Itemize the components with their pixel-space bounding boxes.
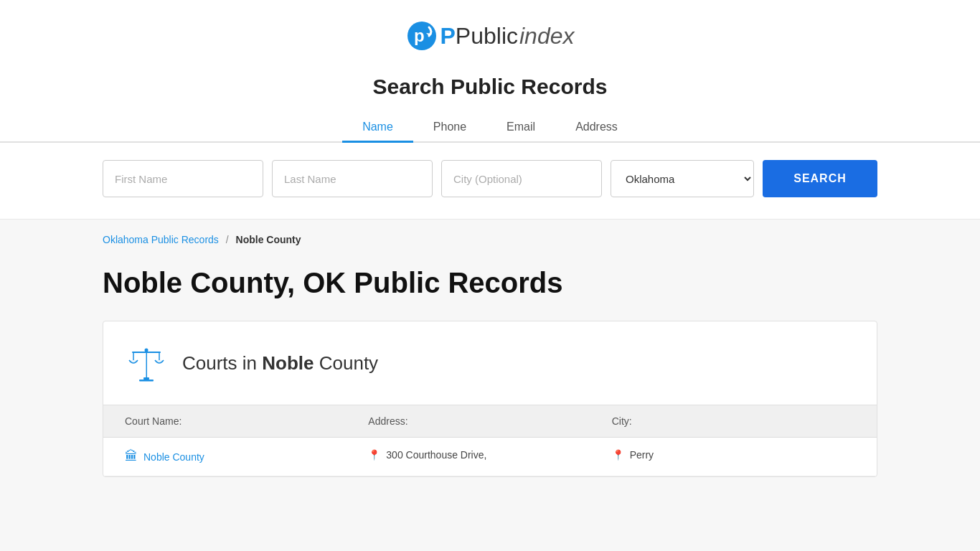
search-tabs: Name Phone Email Address — [0, 113, 980, 143]
courts-card: Courts in Noble County Court Name: Addre… — [103, 321, 877, 477]
main-content: Oklahoma Public Records / Noble County N… — [60, 220, 920, 477]
tab-address[interactable]: Address — [555, 113, 638, 143]
search-form: Oklahoma Alabama Alaska Texas SEARCH — [60, 160, 920, 197]
city-icon: 📍 — [612, 449, 624, 461]
search-button[interactable]: SEARCH — [763, 160, 877, 197]
first-name-input[interactable] — [103, 160, 263, 197]
svg-point-9 — [145, 349, 149, 352]
courts-title-post: County — [314, 352, 379, 374]
tab-phone[interactable]: Phone — [413, 113, 486, 143]
breadcrumb-current: Noble County — [236, 234, 301, 245]
breadcrumb: Oklahoma Public Records / Noble County — [103, 220, 877, 253]
last-name-input[interactable] — [272, 160, 433, 197]
court-name-cell: 🏛 Noble County — [125, 449, 368, 464]
col-header-court-name: Court Name: — [125, 415, 368, 427]
header: p PPublic index Search Public Records Na… — [0, 0, 980, 220]
search-title: Search Public Records — [0, 75, 980, 99]
breadcrumb-separator: / — [226, 234, 229, 245]
city-input[interactable] — [441, 160, 602, 197]
svg-text:p: p — [414, 26, 425, 45]
col-header-address: Address: — [368, 415, 611, 427]
courts-title-pre: Courts in — [182, 352, 262, 374]
logo-icon: p — [406, 20, 438, 52]
svg-rect-3 — [143, 377, 149, 380]
scales-of-justice-icon — [125, 342, 168, 385]
logo-public-rest: Public — [456, 23, 518, 49]
tab-email[interactable]: Email — [486, 113, 555, 143]
page-heading: Noble County, OK Public Records — [103, 267, 877, 299]
court-name-link[interactable]: Noble County — [143, 451, 204, 463]
courts-card-header: Courts in Noble County — [103, 321, 877, 405]
state-select[interactable]: Oklahoma Alabama Alaska Texas — [611, 160, 754, 197]
search-section: Search Public Records Name Phone Email A… — [0, 75, 980, 219]
court-city-text: Perry — [630, 449, 654, 461]
courthouse-icon: 🏛 — [125, 449, 138, 464]
col-header-city: City: — [612, 415, 855, 427]
svg-rect-4 — [139, 380, 154, 382]
tab-name[interactable]: Name — [342, 113, 413, 143]
location-pin-icon: 📍 — [368, 449, 380, 461]
logo-index-text: index — [519, 23, 575, 50]
logo-public-text: PPublic — [440, 23, 519, 50]
court-address-text: 300 Courthouse Drive, — [386, 449, 486, 461]
breadcrumb-parent-link[interactable]: Oklahoma Public Records — [103, 234, 219, 245]
logo-p: P — [440, 23, 456, 49]
court-address-cell: 📍 300 Courthouse Drive, — [368, 449, 611, 461]
svg-rect-5 — [146, 350, 148, 377]
courts-title-bold: Noble — [262, 352, 314, 374]
courts-table-header: Court Name: Address: City: — [103, 405, 877, 438]
table-row: 🏛 Noble County 📍 300 Courthouse Drive, 📍… — [103, 438, 877, 476]
courts-section-title: Courts in Noble County — [182, 352, 378, 375]
court-city-cell: 📍 Perry — [612, 449, 855, 461]
logo[interactable]: p PPublic index — [406, 20, 575, 52]
